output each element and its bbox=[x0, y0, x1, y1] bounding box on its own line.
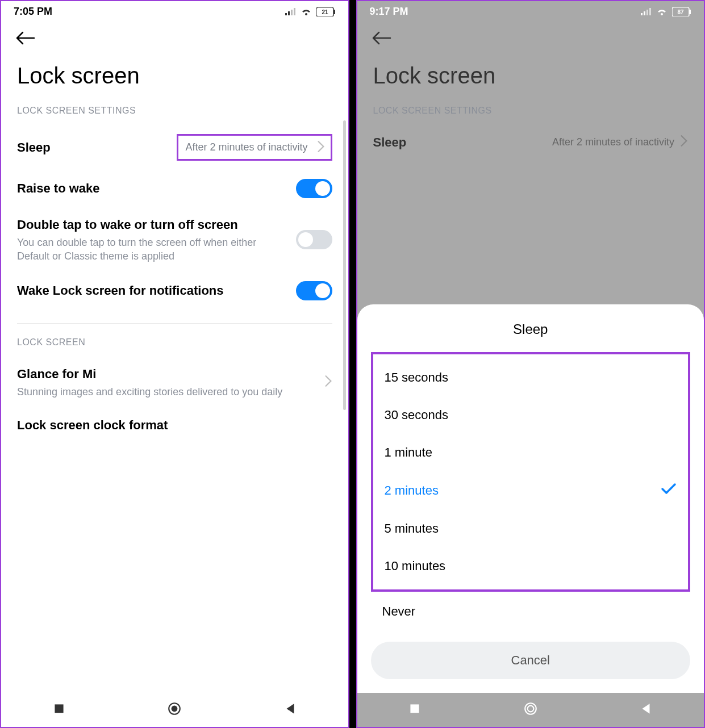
option-15-seconds[interactable]: 15 seconds bbox=[373, 359, 689, 396]
setting-sleep[interactable]: Sleep After 2 minutes of inactivity bbox=[357, 125, 704, 160]
svg-text:87: 87 bbox=[677, 9, 684, 15]
setting-value: After 2 minutes of inactivity bbox=[552, 135, 688, 150]
chevron-right-icon bbox=[317, 140, 325, 155]
wifi-icon bbox=[656, 8, 668, 16]
setting-raise-to-wake[interactable]: Raise to wake bbox=[1, 170, 348, 207]
back-row bbox=[1, 20, 348, 53]
option-1-minute[interactable]: 1 minute bbox=[373, 434, 689, 471]
nav-home-icon[interactable] bbox=[523, 701, 538, 718]
back-arrow-icon[interactable] bbox=[371, 38, 391, 48]
nav-recent-icon[interactable] bbox=[407, 701, 422, 718]
wifi-icon bbox=[301, 8, 312, 16]
setting-glance[interactable]: Glance for Mi Stunning images and exciti… bbox=[1, 357, 348, 408]
nav-back-icon[interactable] bbox=[639, 701, 653, 718]
section-label: LOCK SCREEN SETTINGS bbox=[357, 106, 704, 125]
status-icons: 21 bbox=[285, 7, 336, 16]
status-icons: 87 bbox=[640, 7, 691, 16]
svg-text:21: 21 bbox=[322, 9, 328, 15]
phone-screen-right: 9:17 PM 87 Lock screen LOCK SCREEN SETTI… bbox=[356, 0, 706, 728]
toggle-raise-to-wake[interactable] bbox=[296, 179, 332, 198]
status-time: 7:05 PM bbox=[14, 6, 52, 18]
svg-point-5 bbox=[172, 706, 178, 712]
option-5-minutes[interactable]: 5 minutes bbox=[373, 510, 689, 547]
option-2-minutes[interactable]: 2 minutes bbox=[373, 471, 689, 510]
setting-sleep[interactable]: Sleep After 2 minutes of inactivity bbox=[1, 125, 348, 170]
svg-point-11 bbox=[527, 706, 533, 712]
nav-home-icon[interactable] bbox=[167, 701, 182, 718]
setting-clock-format[interactable]: Lock screen clock format bbox=[1, 408, 348, 443]
nav-recent-icon[interactable] bbox=[52, 701, 66, 718]
status-time: 9:17 PM bbox=[370, 6, 408, 18]
option-30-seconds[interactable]: 30 seconds bbox=[373, 396, 689, 434]
divider bbox=[17, 323, 332, 324]
setting-subtitle: Stunning images and exciting stories del… bbox=[17, 385, 318, 399]
chevron-right-icon bbox=[680, 135, 688, 150]
setting-title: Sleep bbox=[17, 139, 170, 156]
setting-title: Raise to wake bbox=[17, 180, 289, 197]
setting-title: Lock screen clock format bbox=[17, 417, 326, 434]
toggle-double-tap[interactable] bbox=[296, 230, 332, 249]
setting-wake-notifications[interactable]: Wake Lock screen for notifications bbox=[1, 272, 348, 309]
battery-icon: 21 bbox=[316, 7, 336, 16]
option-never[interactable]: Never bbox=[371, 592, 691, 631]
nav-bar bbox=[357, 693, 704, 727]
nav-back-icon[interactable] bbox=[283, 701, 298, 718]
section-label: LOCK SCREEN SETTINGS bbox=[1, 106, 348, 125]
svg-rect-7 bbox=[689, 10, 691, 14]
signal-icon bbox=[285, 8, 296, 16]
back-arrow-icon[interactable] bbox=[15, 38, 35, 48]
setting-value: After 2 minutes of inactivity bbox=[185, 141, 307, 153]
cancel-button[interactable]: Cancel bbox=[371, 642, 691, 679]
svg-rect-3 bbox=[55, 704, 63, 713]
highlight-sleep-value: After 2 minutes of inactivity bbox=[177, 134, 332, 161]
setting-title: Double tap to wake or turn off screen bbox=[17, 216, 289, 233]
signal-icon bbox=[640, 8, 652, 16]
status-bar: 9:17 PM 87 bbox=[357, 1, 704, 20]
page-title: Lock screen bbox=[1, 53, 348, 106]
svg-point-10 bbox=[525, 703, 536, 714]
status-bar: 7:05 PM 21 bbox=[1, 1, 348, 20]
setting-title: Glance for Mi bbox=[17, 366, 318, 383]
highlight-options-box: 15 seconds 30 seconds 1 minute 2 minutes… bbox=[371, 352, 691, 592]
option-10-minutes[interactable]: 10 minutes bbox=[373, 547, 689, 585]
page-title: Lock screen bbox=[357, 53, 704, 106]
back-row bbox=[357, 20, 704, 53]
section-label: LOCK SCREEN bbox=[1, 337, 348, 357]
nav-bar bbox=[1, 693, 348, 727]
sleep-options-sheet: Sleep 15 seconds 30 seconds 1 minute 2 m… bbox=[357, 304, 704, 693]
svg-rect-1 bbox=[333, 10, 335, 14]
svg-rect-9 bbox=[411, 704, 419, 713]
toggle-wake-notifications[interactable] bbox=[296, 281, 332, 300]
chevron-right-icon bbox=[324, 375, 332, 390]
setting-subtitle: You can double tap to turn the screen of… bbox=[17, 236, 289, 263]
check-icon bbox=[661, 483, 677, 499]
setting-title: Sleep bbox=[373, 134, 545, 151]
setting-title: Wake Lock screen for notifications bbox=[17, 282, 289, 299]
battery-icon: 87 bbox=[672, 7, 691, 16]
phone-screen-left: 7:05 PM 21 Lock screen LOCK SCREEN SETTI… bbox=[0, 0, 349, 728]
setting-double-tap[interactable]: Double tap to wake or turn off screen Yo… bbox=[1, 207, 348, 272]
sheet-title: Sleep bbox=[371, 321, 691, 337]
